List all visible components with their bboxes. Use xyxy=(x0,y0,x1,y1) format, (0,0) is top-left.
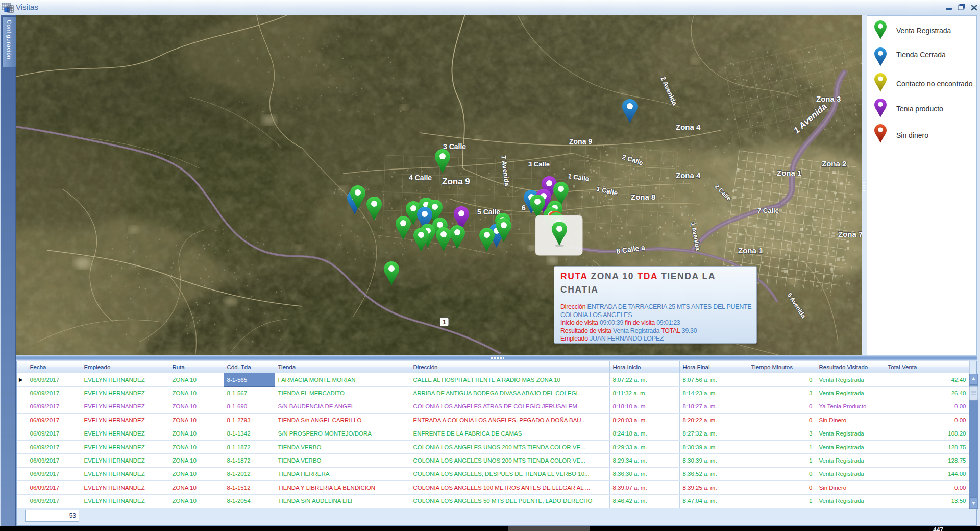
svg-text:6: 6 xyxy=(522,204,526,212)
svg-text:3 Calle: 3 Calle xyxy=(443,142,466,151)
svg-text:Zona 1: Zona 1 xyxy=(777,168,801,177)
svg-text:Zona 9: Zona 9 xyxy=(442,177,470,186)
svg-text:Zona 3: Zona 3 xyxy=(816,94,841,103)
svg-text:Zona 4: Zona 4 xyxy=(676,171,701,180)
svg-text:Zona 1: Zona 1 xyxy=(738,246,763,255)
svg-text:1: 1 xyxy=(443,319,446,326)
svg-text:Zona 8: Zona 8 xyxy=(631,192,655,201)
svg-text:3 Calle: 3 Calle xyxy=(528,160,550,168)
svg-text:Zona 2: Zona 2 xyxy=(822,159,846,168)
svg-text:Zona 7: Zona 7 xyxy=(838,230,862,238)
svg-text:4 Calle: 4 Calle xyxy=(409,174,432,182)
svg-text:Zona 4: Zona 4 xyxy=(676,123,701,131)
svg-text:5 Calle: 5 Calle xyxy=(477,208,500,216)
svg-text:7 Calle: 7 Calle xyxy=(757,207,779,214)
svg-text:Zona 9: Zona 9 xyxy=(569,137,592,146)
